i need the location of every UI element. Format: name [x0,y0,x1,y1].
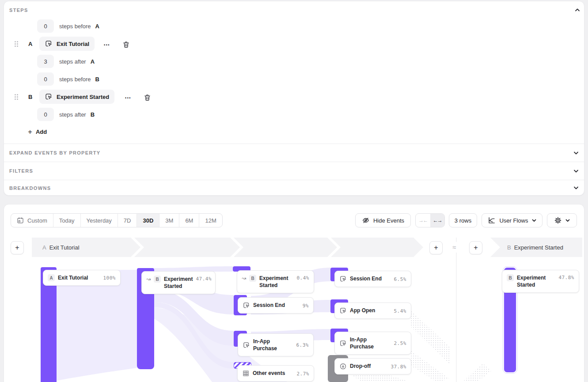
flow-node-exit-tutorial[interactable]: A Exit Tutorial 100% [43,270,121,286]
user-flows-icon [488,216,496,224]
hide-events-button[interactable]: Hide Events [355,213,411,227]
step-a-letter: A [28,41,32,47]
column-width-toggle: →← ←→ [415,213,445,227]
steps-before-a-input[interactable]: 0 [37,19,54,33]
drop-off-icon [339,363,347,370]
step-a-event-button[interactable]: Exit Tutorial [39,37,95,51]
steps-section-title: STEPS [9,8,28,13]
eye-off-icon [362,216,370,224]
more-options-icon[interactable]: ••• [125,96,131,100]
section-filters[interactable]: FILTERS [4,162,584,180]
section-breakdowns[interactable]: BREAKDOWNS [4,180,584,196]
steps-after-a-input[interactable]: 3 [37,55,54,68]
date-range-yesterday[interactable]: Yesterday [80,214,118,227]
steps-after-b-input[interactable]: 0 [37,108,54,121]
date-range-12m[interactable]: 12M [199,214,222,227]
step-badge: B [507,274,514,281]
steps-after-a-label: steps after A [59,58,95,65]
steps-panel: STEPS 0 steps before A A Exit Tutorial •… [4,1,584,196]
event-icon [45,40,53,48]
more-options-icon[interactable]: ••• [104,43,110,47]
flow-node-other-events[interactable]: Other events 2.7% [237,365,314,382]
drag-handle-icon[interactable] [15,41,16,42]
section-expand-events[interactable]: EXPAND EVENTS BY PROPERTY [4,144,584,162]
chevron-down-icon [565,219,570,222]
add-step-before-b-button[interactable]: + [469,241,482,254]
event-icon [243,302,250,309]
flow-node-drop-off[interactable]: Drop-off 37.8% [334,358,411,374]
flow-node-experiment-started[interactable]: ↝ B Experiment Started 47.4% [141,271,216,294]
delete-step-a-icon[interactable] [122,40,130,49]
event-icon [243,341,250,349]
flow-node-session-end-2[interactable]: Session End 6.5% [334,271,411,287]
view-type-dropdown[interactable]: User Flows [482,213,542,227]
settings-dropdown[interactable] [547,213,577,227]
plus-icon: + [28,128,32,136]
chevron-down-icon [532,219,536,222]
date-range-today[interactable]: Today [53,214,80,227]
collapse-steps-icon[interactable] [575,8,580,12]
approx-gap-icon: ≈ [452,243,456,251]
step-b-letter: B [28,94,32,100]
steps-before-b-input[interactable]: 0 [37,72,54,86]
indirect-arrow-icon: ↝ [242,276,246,281]
step-badge: A [48,274,55,281]
rows-count-button[interactable]: 3 rows [449,213,477,227]
calendar-icon [17,217,24,224]
flow-node-app-open[interactable]: App Open 5.4% [334,303,411,319]
chevron-down-icon [573,169,579,173]
step-badge: B [249,275,256,282]
date-range-custom[interactable]: Custom [11,214,53,227]
drag-handle-icon[interactable] [15,94,16,95]
collapse-columns-icon[interactable]: →← [416,214,430,227]
flow-node-session-end[interactable]: Session End 9% [238,297,314,314]
steps-after-b-label: steps after B [59,111,95,118]
flow-node-in-app-purchase-2[interactable]: In-App Purchase 2.5% [334,332,411,355]
add-step-button[interactable]: + Add [28,128,47,136]
chevron-down-icon [573,151,579,155]
flow-node-in-app-purchase[interactable]: In-App Purchase 6.3% [238,333,314,356]
date-range-picker: Custom Today Yesterday 7D 30D 3M 6M 12M [11,213,223,227]
flow-header-a[interactable]: A Exit Tutorial [42,242,80,252]
step-badge: B [154,276,161,283]
step-b-event-button[interactable]: Experiment Started [39,90,114,104]
gear-icon [554,216,562,224]
flow-header-b[interactable]: B Experiment Started [507,242,563,252]
grid-icon [242,370,250,377]
user-flows-report: STEPS 0 steps before A A Exit Tutorial •… [0,0,588,382]
add-step-after-button[interactable]: + [429,241,443,254]
date-range-3m[interactable]: 3M [159,214,179,227]
date-range-6m[interactable]: 6M [179,214,199,227]
event-icon [339,340,347,347]
steps-before-a-label: steps before A [59,23,99,30]
event-icon [339,275,347,283]
flow-node-experiment-started-b[interactable]: B Experiment Started 47.8% [502,270,579,293]
expand-columns-icon[interactable]: ←→ [430,214,445,227]
flow-node-experiment-started-2[interactable]: ↝ B Experiment Started 0.4% [237,270,314,293]
event-icon [339,307,347,314]
date-range-7d[interactable]: 7D [118,214,137,227]
add-step-before-button[interactable]: + [11,241,24,254]
date-range-30d[interactable]: 30D [137,214,159,227]
event-icon [45,93,53,101]
delete-step-b-icon[interactable] [143,93,152,102]
indirect-arrow-icon: ↝ [146,276,151,282]
steps-before-b-label: steps before B [59,76,99,83]
chevron-down-icon [573,186,579,190]
